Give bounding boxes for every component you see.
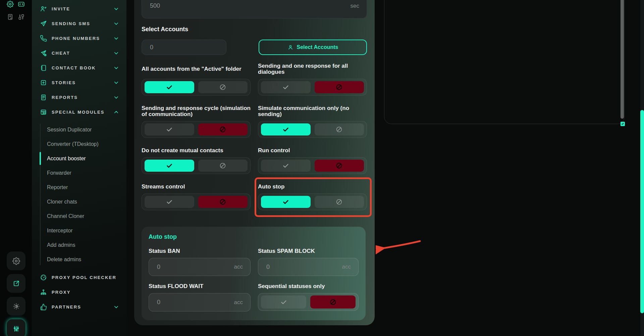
active-indicator [40,152,41,165]
toggle-label: Simulate communication only (no sending) [258,104,367,118]
status-spam-block-input[interactable] [266,263,338,271]
sidebar-item-special-modules[interactable]: SPECIAL MODULES [32,105,126,119]
submenu-item-add-admins[interactable]: Add admins [32,238,126,252]
toggle-simulate-communication-only[interactable] [258,121,367,138]
sidebar-item-proxy[interactable]: PROXY [32,285,126,299]
toggle-no-button[interactable] [198,196,248,208]
external-link-button[interactable] [7,274,25,293]
toggle-sending-response-cycle[interactable] [142,121,251,138]
clipboard-check-icon[interactable] [7,13,14,20]
submenu-item-label: Add admins [47,242,75,248]
submenu-item-session-duplicator[interactable]: Session Duplicator [32,122,126,137]
swap-icon[interactable] [18,13,25,20]
status-flood-wait-input[interactable] [156,298,230,306]
submenu-item-label: Reporter [47,184,68,190]
check-icon [166,198,173,206]
toggle-all-accounts-active-folder[interactable] [142,79,251,96]
toggle-yes-button[interactable] [261,196,311,208]
prohibited-icon [335,126,343,133]
plus-square-icon [40,79,47,86]
toggle-no-button[interactable] [310,295,356,309]
annotation-arrow [376,235,429,258]
toggle-yes-button[interactable] [261,81,311,93]
sidebar-item-invite[interactable]: INVITE [32,1,126,16]
toggle-no-button[interactable] [315,196,364,208]
submenu-item-forwarder[interactable]: Forwarder [32,166,126,180]
submenu-item-account-booster[interactable]: Account booster [32,151,126,166]
duration-field: sec [142,0,367,18]
submenu-item-delete-admins[interactable]: Delete admins [32,252,126,267]
toggle-yes-button[interactable] [145,196,194,208]
toggle-no-button[interactable] [198,160,248,172]
toggle-sequential-statuses-only[interactable] [258,293,359,311]
auto-stop-card: Auto stop Status BAN acc Status SPAM BLO… [142,227,366,320]
submenu-item-cloner-chats[interactable]: Cloner chats [32,194,126,209]
log-panel-scrollbar[interactable] [621,0,624,119]
chevron-down-icon [113,50,120,57]
sidebar-item-cheat[interactable]: CHEAT [32,46,126,60]
toggle-streams-control[interactable] [142,193,251,210]
field-label: Status FLOOD WAIT [149,283,251,290]
toggle-no-button[interactable] [198,81,248,93]
select-accounts-button[interactable]: Select Accounts [259,40,367,55]
settings-button[interactable] [7,251,25,270]
toggle-yes-button[interactable] [145,123,194,135]
toggle-sending-one-response[interactable] [258,79,367,96]
submenu-item-reporter[interactable]: Reporter [32,180,126,194]
toggle-no-button[interactable] [315,81,364,93]
toggle-label: Do not create mutual contacts [142,147,251,155]
sidebar-item-label: REPORTS [52,95,108,100]
code-icon[interactable] [18,1,25,8]
toggle-no-button[interactable] [198,123,248,135]
sidebar-item-sending-sms[interactable]: SENDING SMS [32,16,126,31]
toggle-yes-button[interactable] [145,81,194,93]
prohibited-icon [219,126,226,133]
duration-input[interactable] [149,2,346,10]
submenu-item-label: Forwarder [47,170,71,176]
sidebar-item-reports[interactable]: REPORTS [32,90,126,105]
submenu-item-channel-cloner[interactable]: Channel Cloner [32,209,126,223]
sidebar-item-phone-numbers[interactable]: PHONE NUMBERS [32,31,126,46]
submenu-item-label: Account booster [47,156,86,162]
select-accounts-row: Select Accounts [142,40,367,55]
bot-gear-icon[interactable] [7,1,14,8]
network-icon [40,289,47,296]
check-icon [166,83,173,91]
toggle-no-button[interactable] [315,123,364,135]
brightness-icon [12,302,20,310]
chevron-down-icon [113,303,120,311]
accounts-count-field [142,40,226,55]
chevron-down-icon [113,79,120,86]
thumbs-up-icon [40,303,47,311]
sidebar-item-proxy-pool-checker[interactable]: PROXY POOL CHECKER [32,270,126,285]
sidebar-item-label: STORIES [52,80,108,85]
toggle-yes-button[interactable] [261,295,306,309]
check-icon [282,198,289,206]
toggle-yes-button[interactable] [145,160,194,172]
toggle-auto-stop[interactable] [258,193,367,210]
chevron-down-icon [113,20,120,27]
sidebar-item-label: CONTACT BOOK [52,65,108,70]
toggle-no-button[interactable] [315,160,364,172]
sidebar-item-stories[interactable]: STORIES [32,75,126,90]
resize-handle[interactable] [621,122,625,126]
prohibited-icon [335,83,343,91]
toggle-yes-button[interactable] [261,123,311,135]
paper-plane-icon [40,20,47,27]
sidebar-item-partners[interactable]: PARTNERS [32,299,126,314]
chevron-down-icon [113,94,120,101]
submenu-item-label: Converter (TDesktop) [47,141,99,147]
accounts-count-input[interactable] [149,44,219,51]
toggle-yes-button[interactable] [261,160,311,172]
window-scrollbar-thumb[interactable] [640,110,644,313]
toggle-run-control[interactable] [258,157,367,174]
duration-suffix: sec [351,3,359,9]
submenu-item-converter-tdesktop[interactable]: Converter (TDesktop) [32,137,126,151]
submenu-item-interceptor[interactable]: Interceptor [32,223,126,238]
theme-button[interactable] [7,297,25,316]
sidebar-item-label: CHEAT [52,51,108,56]
status-ban-input[interactable] [156,263,230,271]
sidebar-item-contact-book[interactable]: CONTACT BOOK [32,60,126,75]
equalizer-button[interactable] [7,319,25,336]
toggle-no-mutual-contacts[interactable] [142,157,251,174]
